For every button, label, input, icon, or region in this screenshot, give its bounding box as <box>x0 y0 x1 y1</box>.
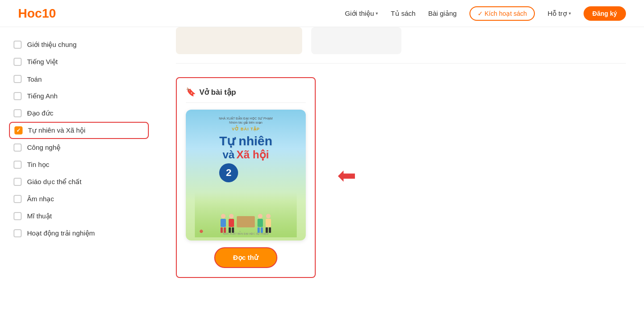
chevron-down-icon-2: ▾ <box>569 11 571 16</box>
nav-ho-tro[interactable]: Hỗ trợ ▾ <box>547 9 570 18</box>
arrow-indicator: ⬅ <box>337 164 356 187</box>
checkbox-giao-duc-the-chat[interactable] <box>14 178 22 186</box>
checkbox-dao-duc[interactable] <box>14 109 22 117</box>
figure-2 <box>229 214 234 233</box>
top-card-1 <box>176 27 302 54</box>
dang-ky-button[interactable]: Đăng ký <box>584 6 626 21</box>
sidebar-item-hoat-dong-trai-nghiem[interactable]: Hoạt động trải nghiệm <box>14 225 144 242</box>
sidebar-item-tin-hoc[interactable]: Tin học <box>14 156 144 173</box>
sidebar-item-gioi-thieu-chung[interactable]: Giới thiệu chung <box>14 36 144 53</box>
checkbox-gioi-thieu-chung[interactable] <box>14 41 22 49</box>
checkbox-tin-hoc[interactable] <box>14 161 22 169</box>
title-xa-hoi: Xã hội <box>236 148 269 161</box>
figures <box>221 214 271 233</box>
header: Hoc10 Giới thiệu ▾ Tủ sách Bài giảng ✓ K… <box>0 0 644 27</box>
section-title: Vở bài tập <box>199 88 236 97</box>
checkbox-mi-thuat[interactable] <box>14 212 22 220</box>
title-line2: và Xã hội <box>219 148 272 161</box>
sidebar-item-cong-nghe[interactable]: Công nghệ <box>14 139 144 156</box>
body-1 <box>221 219 226 227</box>
sidebar-item-giao-duc-the-chat[interactable]: Giáo dục thể chất <box>14 173 144 190</box>
logo[interactable]: Hoc10 <box>18 6 56 21</box>
section-header: 🔖 Vở bài tập <box>186 87 306 103</box>
figure-4 <box>266 214 271 233</box>
sidebar-item-dao-duc[interactable]: Đạo đức <box>14 105 144 122</box>
publisher-text: NHÀ XUẤT BẢN ĐẠI HỌC SƯ PHẠM <box>195 232 297 235</box>
nav-gioi-thieu[interactable]: Giới thiệu ▾ <box>345 9 378 18</box>
book-bottom-scene <box>195 192 297 237</box>
doc-thu-button[interactable]: Đọc thử <box>214 247 278 268</box>
book-card: NHÀ XUẤT BẢN ĐẠI HỌC SƯ PHẠMNhóm tác giả… <box>186 110 306 240</box>
body-3 <box>258 219 263 227</box>
head-1 <box>221 214 225 218</box>
top-cards <box>176 27 626 54</box>
top-card-2 <box>311 27 401 54</box>
sidebar-item-am-nhac[interactable]: Âm nhạc <box>14 190 144 208</box>
sidebar-item-toan[interactable]: Toán <box>14 70 144 88</box>
book-title: Tự nhiên và Xã hội 2 <box>219 134 272 182</box>
logo-text: Hoc <box>18 6 42 20</box>
bookmark-icon: 🔖 <box>186 87 196 97</box>
book-cover-inner: NHÀ XUẤT BẢN ĐẠI HỌC SƯ PHẠMNhóm tác giả… <box>195 113 297 237</box>
divider <box>176 63 626 64</box>
book-number: 2 <box>219 163 238 182</box>
book-cover-top-text: NHÀ XUẤT BẢN ĐẠI HỌC SƯ PHẠMNhóm tác giả… <box>219 116 272 125</box>
nav-tu-sach[interactable]: Tủ sách <box>391 9 415 18</box>
body-2 <box>229 219 234 227</box>
main-container: Giới thiệu chung Tiếng Việt Toán Tiếng A… <box>0 27 644 319</box>
title-va: và <box>222 148 235 161</box>
logo-number: 10 <box>42 6 56 20</box>
sidebar-item-tieng-viet[interactable]: Tiếng Việt <box>14 53 144 70</box>
head-2 <box>229 214 234 218</box>
checkbox-am-nhac[interactable] <box>14 195 22 203</box>
sidebar-item-tu-nhien-xa-hoi[interactable]: Tự nhiên và Xã hội <box>9 122 149 139</box>
sidebar: Giới thiệu chung Tiếng Việt Toán Tiếng A… <box>0 27 158 319</box>
title-line1: Tự nhiên <box>219 134 272 148</box>
sidebar-item-mi-thuat[interactable]: Mĩ thuật <box>14 208 144 225</box>
chevron-down-icon: ▾ <box>376 11 378 16</box>
checkbox-tieng-viet[interactable] <box>14 58 22 66</box>
book-section: 🔖 Vở bài tập NHÀ XUẤT BẢN ĐẠI HỌC SƯ PHẠ… <box>176 77 316 278</box>
table-prop <box>237 216 255 227</box>
checkbox-tieng-anh[interactable] <box>14 92 22 100</box>
checkbox-tu-nhien-xa-hoi[interactable] <box>14 126 23 134</box>
checkbox-hoat-dong-trai-nghiem[interactable] <box>14 229 22 237</box>
figure-3 <box>258 214 263 233</box>
body-4 <box>266 219 271 227</box>
checkbox-cong-nghe[interactable] <box>14 143 22 152</box>
vo-bai-tap-label: VỞ BÀI TẬP <box>232 127 260 131</box>
kich-hoat-button[interactable]: ✓ Kích hoạt sách <box>469 6 535 21</box>
sidebar-item-tieng-anh[interactable]: Tiếng Anh <box>14 88 144 105</box>
main-nav: Giới thiệu ▾ Tủ sách Bài giảng ✓ Kích ho… <box>345 6 626 21</box>
head-4 <box>266 214 271 218</box>
checkbox-toan[interactable] <box>14 75 22 83</box>
head-3 <box>258 214 262 218</box>
nav-bai-giang[interactable]: Bài giảng <box>428 9 456 18</box>
book-cover: NHÀ XUẤT BẢN ĐẠI HỌC SƯ PHẠMNhóm tác giả… <box>186 110 306 240</box>
content-area: 🔖 Vở bài tập NHÀ XUẤT BẢN ĐẠI HỌC SƯ PHẠ… <box>158 27 644 319</box>
figure-1 <box>221 214 226 233</box>
